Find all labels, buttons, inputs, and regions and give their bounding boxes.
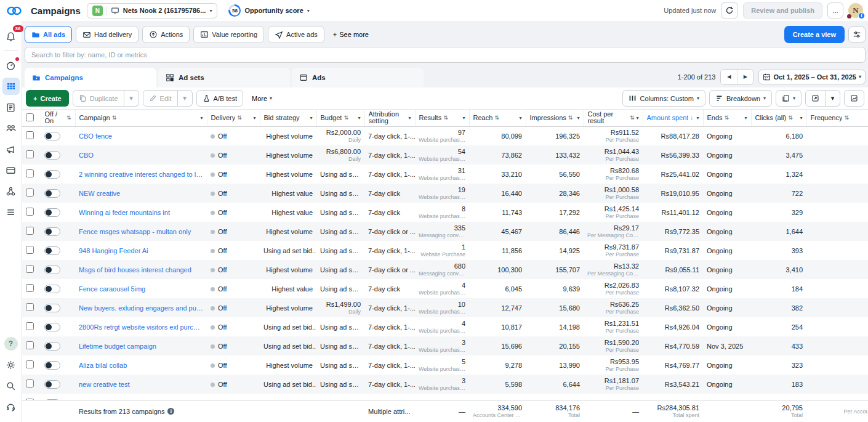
audiences-nav-icon[interactable] <box>2 120 20 137</box>
campaign-link[interactable]: New buyers. exluding engagers and purcha… <box>79 304 203 312</box>
row-checkbox[interactable] <box>26 284 34 292</box>
next-page-button[interactable]: ▶ <box>737 70 753 84</box>
filter-chip-had-delivery[interactable]: Had delivery <box>76 26 139 43</box>
select-all-checkbox[interactable] <box>26 113 34 121</box>
column-header-spent[interactable]: Amount spent↓▾ <box>643 110 703 126</box>
support-headset-icon[interactable] <box>2 398 20 415</box>
sort-icon[interactable]: ⇅ <box>630 115 635 121</box>
column-header-attribution[interactable]: Attribution setting▾ <box>364 110 415 126</box>
filter-chevron-icon[interactable]: ▾ <box>696 115 699 121</box>
breakdown-button[interactable]: Breakdown ▾ <box>709 90 772 107</box>
review-and-publish-button[interactable]: Review and publish <box>743 2 822 18</box>
ads-reporting-nav-icon[interactable] <box>2 140 20 158</box>
column-header-ends[interactable]: Ends⇅▾ <box>703 110 751 126</box>
sort-icon[interactable]: ⇅ <box>443 115 448 121</box>
campaign-link[interactable]: 2800Rs retrgt website visitors exl purch… <box>79 323 203 331</box>
tab-campaigns[interactable]: Campaigns <box>25 68 156 87</box>
onoff-toggle[interactable] <box>44 170 60 179</box>
filter-chevron-icon[interactable]: ▾ <box>519 115 521 121</box>
column-header-reach[interactable]: Reach⇅▾ <box>469 110 526 126</box>
sort-icon[interactable]: ⇅ <box>568 115 573 121</box>
sort-icon[interactable]: ⇅ <box>112 115 117 121</box>
filter-chevron-icon[interactable]: ▾ <box>200 115 203 121</box>
row-checkbox[interactable] <box>26 169 34 177</box>
onoff-toggle[interactable] <box>44 266 60 274</box>
campaign-link[interactable]: CBO fence <box>79 132 203 140</box>
opportunity-score-dropdown[interactable]: 58 Opportunity score ▾ <box>228 4 309 17</box>
more-menu-button[interactable]: More ▾ <box>247 90 277 107</box>
account-overview-icon[interactable] <box>2 57 20 74</box>
tab-ads[interactable]: Ads <box>292 68 424 87</box>
duplicate-caret-button[interactable]: ▾ <box>124 90 139 107</box>
column-header-check[interactable] <box>22 110 41 126</box>
filter-chip-value-reporting[interactable]: Value reporting <box>193 26 264 43</box>
all-tools-menu-icon[interactable] <box>2 203 20 221</box>
sort-icon[interactable]: ⇅ <box>494 115 499 121</box>
onoff-toggle[interactable] <box>44 285 60 293</box>
column-header-impressions[interactable]: Impressions⇅▾ <box>526 110 584 126</box>
export-button[interactable] <box>805 90 826 107</box>
filter-chevron-icon[interactable]: ▾ <box>253 115 255 121</box>
onoff-toggle[interactable] <box>44 151 60 160</box>
onoff-toggle[interactable] <box>44 246 60 255</box>
filter-chevron-icon[interactable]: ▾ <box>462 115 465 121</box>
row-checkbox[interactable] <box>26 246 34 254</box>
column-header-name[interactable]: Campaign⇅▾ <box>75 110 207 126</box>
sort-desc-icon[interactable]: ↓ <box>690 115 693 121</box>
help-icon[interactable]: ? <box>2 335 20 352</box>
row-checkbox[interactable] <box>26 131 34 139</box>
notifications-icon[interactable]: 36 <box>2 28 20 45</box>
avatar[interactable]: N f <box>848 3 863 18</box>
settings-gear-icon[interactable] <box>2 356 20 373</box>
search-nav-icon[interactable] <box>2 377 20 394</box>
columns-button[interactable]: Columns: Custom ▾ <box>622 90 705 107</box>
prev-page-button[interactable]: ◀ <box>721 70 737 84</box>
campaign-link[interactable]: Aliza bilal collab <box>79 362 203 369</box>
row-checkbox[interactable] <box>26 379 34 388</box>
filter-chevron-icon[interactable]: ▾ <box>358 115 360 121</box>
column-header-cpr[interactable]: Cost per result⇅▾ <box>584 110 643 126</box>
filter-chip-active-ads[interactable]: Active ads <box>268 26 324 43</box>
onoff-toggle[interactable] <box>44 208 60 217</box>
sort-icon[interactable]: ⇅ <box>788 115 793 121</box>
sort-icon[interactable]: ⇅ <box>344 115 348 121</box>
onoff-toggle[interactable] <box>44 342 60 351</box>
campaigns-nav-icon[interactable] <box>2 78 20 95</box>
onoff-toggle[interactable] <box>44 304 60 312</box>
campaign-link[interactable]: 948 Hanging Feeder Ai <box>79 247 203 254</box>
filter-chip-all-ads[interactable]: All ads <box>25 26 72 43</box>
onoff-toggle[interactable] <box>44 361 60 370</box>
row-checkbox[interactable] <box>26 265 34 273</box>
info-icon[interactable]: i <box>167 408 174 415</box>
search-input[interactable] <box>25 47 866 63</box>
column-header-onoff[interactable]: Off / On⇅ <box>41 110 75 126</box>
events-manager-nav-icon[interactable] <box>2 182 20 200</box>
campaign-link[interactable]: 2 winning creative interest changed to l… <box>79 171 203 178</box>
onoff-toggle[interactable] <box>44 399 60 400</box>
filter-chevron-icon[interactable]: ▾ <box>744 115 747 121</box>
sort-icon[interactable]: ⇅ <box>237 115 242 121</box>
column-header-bid[interactable]: Bid strategy▾ <box>260 110 316 126</box>
refresh-button[interactable] <box>721 2 738 18</box>
filter-chevron-icon[interactable]: ▾ <box>636 115 638 121</box>
campaign-link[interactable]: Fence msges whatsapp - multan only <box>79 228 203 235</box>
row-checkbox[interactable] <box>26 189 34 197</box>
onoff-toggle[interactable] <box>44 132 60 140</box>
row-checkbox[interactable] <box>26 227 34 235</box>
onoff-toggle[interactable] <box>44 227 60 236</box>
column-header-clicks[interactable]: Clicks (all)⇅▾ <box>751 110 806 126</box>
duplicate-button[interactable]: Duplicate <box>73 90 124 107</box>
campaign-link[interactable]: Fence caraousel 5img <box>79 285 203 293</box>
campaign-link[interactable]: Lifetime budget campaign <box>79 343 203 350</box>
create-campaign-button[interactable]: + Create <box>26 90 69 107</box>
more-options-button[interactable]: ... <box>827 2 843 18</box>
row-checkbox[interactable] <box>26 208 34 216</box>
sort-icon[interactable]: ⇅ <box>844 115 849 121</box>
onoff-toggle[interactable] <box>44 323 60 331</box>
onoff-toggle[interactable] <box>44 189 60 198</box>
tab-ad-sets[interactable]: Ad sets <box>158 68 290 87</box>
filter-chevron-icon[interactable]: ▾ <box>577 115 579 121</box>
filter-chevron-icon[interactable]: ▾ <box>310 115 312 121</box>
campaign-link[interactable]: Winning ai feder mountains int <box>79 209 203 216</box>
campaign-link[interactable]: NEW creative <box>79 190 203 197</box>
